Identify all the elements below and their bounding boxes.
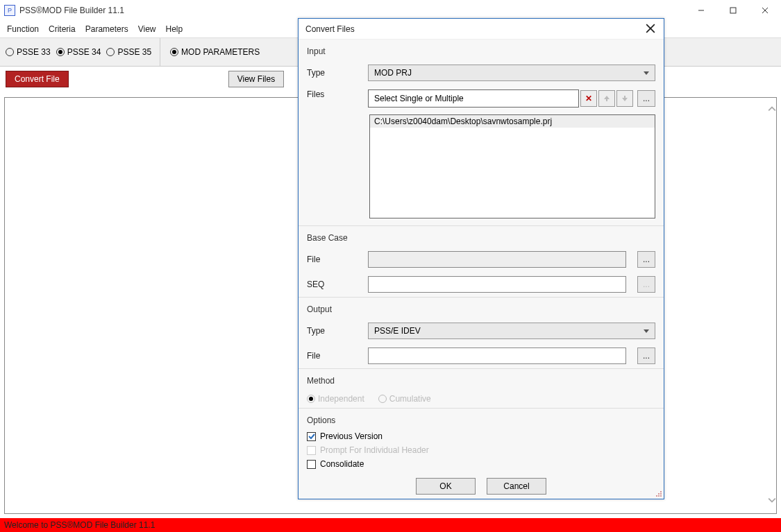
radio-cumulative: Cumulative bbox=[378, 394, 431, 404]
selected-files-list[interactable]: C:\Users\z0040dam\Desktop\savnwtosample.… bbox=[369, 114, 655, 218]
output-heading: Output bbox=[299, 298, 664, 318]
basecase-file-browse[interactable]: ... bbox=[637, 251, 655, 268]
basecase-seq-browse[interactable]: ... bbox=[637, 276, 655, 293]
convert-file-button[interactable]: Convert File bbox=[6, 71, 69, 87]
cancel-button[interactable]: Cancel bbox=[487, 478, 546, 495]
basecase-seq-input[interactable] bbox=[368, 276, 626, 293]
close-button[interactable] bbox=[749, 0, 781, 21]
radio-independent: Independent bbox=[307, 394, 364, 404]
output-type-label: Type bbox=[307, 326, 361, 336]
move-down-icon[interactable] bbox=[616, 90, 633, 107]
input-files-label: Files bbox=[307, 89, 361, 99]
basecase-seq-label: SEQ bbox=[307, 280, 361, 289]
maximize-button[interactable] bbox=[717, 0, 749, 21]
menu-help[interactable]: Help bbox=[166, 24, 183, 34]
ok-button[interactable]: OK bbox=[416, 478, 476, 495]
resize-grip-icon[interactable] bbox=[654, 489, 662, 497]
scroll-down-icon[interactable] bbox=[768, 496, 776, 506]
files-placeholder[interactable]: Select Single or Multiple bbox=[368, 89, 579, 108]
psse-version-group: PSSE 33 PSSE 34 PSSE 35 bbox=[6, 38, 160, 66]
menu-function[interactable]: Function bbox=[7, 24, 39, 34]
svg-point-8 bbox=[656, 495, 657, 497]
output-file-browse[interactable]: ... bbox=[637, 347, 655, 364]
basecase-file-label: File bbox=[307, 255, 361, 264]
output-file-label: File bbox=[307, 351, 361, 361]
output-file-input[interactable] bbox=[368, 347, 626, 364]
window-title: PSS®MOD File Builder 11.1 bbox=[19, 6, 124, 15]
statusbar: Welcome to PSS®MOD File Builder 11.1 bbox=[0, 518, 781, 532]
svg-point-9 bbox=[660, 493, 662, 495]
svg-point-11 bbox=[660, 491, 662, 492]
menu-view[interactable]: View bbox=[138, 24, 156, 34]
basecase-file-input[interactable] bbox=[368, 251, 626, 268]
output-type-select[interactable]: PSS/E IDEV bbox=[368, 323, 655, 339]
svg-point-10 bbox=[658, 493, 660, 495]
scroll-up-icon[interactable] bbox=[768, 105, 776, 115]
app-icon: P bbox=[4, 5, 15, 16]
radio-psse35[interactable]: PSSE 35 bbox=[106, 47, 151, 57]
dialog-titlebar: Convert Files bbox=[299, 19, 664, 40]
options-heading: Options bbox=[299, 409, 664, 429]
method-heading: Method bbox=[299, 369, 664, 390]
svg-rect-1 bbox=[730, 8, 736, 13]
status-text: Welcome to PSS®MOD File Builder 11.1 bbox=[4, 520, 155, 530]
menu-parameters[interactable]: Parameters bbox=[85, 24, 128, 34]
minimize-button[interactable] bbox=[685, 0, 717, 21]
radio-mod-parameters[interactable]: MOD PARAMETERS bbox=[170, 47, 260, 57]
input-type-label: Type bbox=[307, 68, 361, 78]
check-previous-version[interactable]: Previous Version bbox=[299, 429, 664, 443]
list-item[interactable]: C:\Users\z0040dam\Desktop\savnwtosample.… bbox=[370, 115, 655, 128]
radio-psse33[interactable]: PSSE 33 bbox=[6, 47, 51, 57]
view-files-button[interactable]: View Files bbox=[228, 71, 284, 87]
move-up-icon[interactable] bbox=[598, 90, 615, 107]
browse-files-button[interactable]: ... bbox=[637, 90, 655, 107]
svg-point-7 bbox=[658, 495, 660, 497]
convert-files-dialog: Convert Files Input Type MOD PRJ Files S… bbox=[298, 18, 664, 499]
remove-file-icon[interactable]: ✕ bbox=[580, 90, 597, 107]
input-type-select[interactable]: MOD PRJ bbox=[368, 65, 655, 81]
svg-point-6 bbox=[660, 495, 662, 497]
radio-psse34[interactable]: PSSE 34 bbox=[56, 47, 101, 57]
basecase-heading: Base Case bbox=[299, 226, 664, 247]
input-heading: Input bbox=[299, 40, 664, 60]
dialog-title: Convert Files bbox=[305, 24, 646, 34]
dialog-close-button[interactable] bbox=[646, 24, 657, 35]
check-prompt-header: Prompt For Individual Header bbox=[299, 443, 664, 457]
check-consolidate[interactable]: Consolidate bbox=[299, 457, 664, 471]
menu-criteria[interactable]: Criteria bbox=[49, 24, 76, 34]
